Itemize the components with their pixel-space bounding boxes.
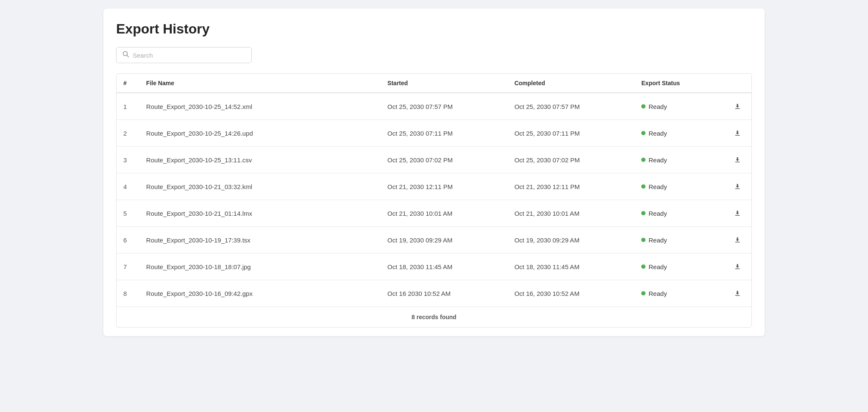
- cell-num: 8: [117, 280, 139, 307]
- cell-started: Oct 16 2030 10:52 AM: [381, 280, 508, 307]
- cell-filename: Route_Export_2030-10-18_18:07.jpg: [139, 253, 381, 280]
- cell-started: Oct 19, 2030 09:29 AM: [381, 227, 508, 253]
- cell-started: Oct 25, 2030 07:02 PM: [381, 147, 508, 173]
- download-icon: [734, 290, 741, 297]
- cell-num: 6: [117, 227, 139, 253]
- download-icon: [734, 156, 741, 164]
- cell-filename: Route_Export_2030-10-25_14:26.upd: [139, 120, 381, 147]
- search-container: [116, 47, 752, 63]
- table-header-row: # File Name Started Completed Export Sta…: [117, 74, 751, 93]
- download-button[interactable]: [730, 181, 745, 192]
- download-icon: [734, 236, 741, 244]
- download-icon: [734, 183, 741, 190]
- status-badge: Ready: [648, 263, 667, 270]
- cell-status: Ready: [634, 173, 723, 200]
- svg-line-1: [127, 56, 129, 57]
- page-container: Export History # File Name Started Compl…: [103, 8, 765, 336]
- cell-download: [723, 147, 751, 173]
- cell-download: [723, 253, 751, 280]
- cell-status: Ready: [634, 147, 723, 173]
- cell-started: Oct 21, 2030 12:11 PM: [381, 173, 508, 200]
- cell-download: [723, 227, 751, 253]
- table-footer-row: 8 records found: [117, 307, 751, 328]
- status-dot-icon: [641, 291, 645, 295]
- cell-download: [723, 93, 751, 120]
- status-badge: Ready: [648, 183, 667, 190]
- cell-started: Oct 18, 2030 11:45 AM: [381, 253, 508, 280]
- cell-status: Ready: [634, 253, 723, 280]
- cell-filename: Route_Export_2030-10-19_17:39.tsx: [139, 227, 381, 253]
- status-dot-icon: [641, 264, 645, 269]
- cell-status: Ready: [634, 227, 723, 253]
- search-icon: [122, 51, 129, 59]
- status-dot-icon: [641, 238, 645, 242]
- cell-filename: Route_Export_2030-10-21_03:32.kml: [139, 173, 381, 200]
- cell-completed: Oct 21, 2030 12:11 PM: [508, 173, 635, 200]
- download-icon: [734, 129, 741, 137]
- status-badge: Ready: [648, 130, 667, 137]
- export-history-table-wrapper: # File Name Started Completed Export Sta…: [116, 73, 752, 328]
- cell-started: Oct 21, 2030 10:01 AM: [381, 200, 508, 227]
- cell-download: [723, 173, 751, 200]
- download-icon: [734, 263, 741, 270]
- col-header-status: Export Status: [634, 74, 723, 93]
- table-row: 7Route_Export_2030-10-18_18:07.jpgOct 18…: [117, 253, 751, 280]
- col-header-num: #: [117, 74, 139, 93]
- cell-status: Ready: [634, 200, 723, 227]
- status-badge: Ready: [648, 290, 667, 297]
- cell-status: Ready: [634, 280, 723, 307]
- download-icon: [734, 103, 741, 110]
- table-row: 6Route_Export_2030-10-19_17:39.tsxOct 19…: [117, 227, 751, 253]
- cell-download: [723, 120, 751, 147]
- cell-download: [723, 200, 751, 227]
- cell-num: 2: [117, 120, 139, 147]
- status-dot-icon: [641, 131, 645, 135]
- cell-completed: Oct 16, 2030 10:52 AM: [508, 280, 635, 307]
- cell-completed: Oct 18, 2030 11:45 AM: [508, 253, 635, 280]
- search-input[interactable]: [133, 52, 245, 59]
- cell-status: Ready: [634, 93, 723, 120]
- cell-started: Oct 25, 2030 07:11 PM: [381, 120, 508, 147]
- status-badge: Ready: [648, 156, 667, 164]
- cell-filename: Route_Export_2030-10-21_01:14.lmx: [139, 200, 381, 227]
- download-icon: [734, 209, 741, 217]
- cell-num: 4: [117, 173, 139, 200]
- cell-num: 1: [117, 93, 139, 120]
- cell-completed: Oct 25, 2030 07:02 PM: [508, 147, 635, 173]
- cell-completed: Oct 21, 2030 10:01 AM: [508, 200, 635, 227]
- download-button[interactable]: [730, 208, 745, 219]
- download-button[interactable]: [730, 154, 745, 165]
- records-label: records found: [417, 314, 456, 320]
- cell-status: Ready: [634, 120, 723, 147]
- records-found-cell: 8 records found: [117, 307, 751, 328]
- table-row: 8Route_Export_2030-10-16_09:42.gpxOct 16…: [117, 280, 751, 307]
- cell-completed: Oct 19, 2030 09:29 AM: [508, 227, 635, 253]
- search-box: [116, 47, 252, 63]
- table-row: 3Route_Export_2030-10-25_13:11.csvOct 25…: [117, 147, 751, 173]
- cell-filename: Route_Export_2030-10-25_14:52.xml: [139, 93, 381, 120]
- status-badge: Ready: [648, 210, 667, 217]
- cell-completed: Oct 25, 2030 07:11 PM: [508, 120, 635, 147]
- download-button[interactable]: [730, 128, 745, 139]
- status-badge: Ready: [648, 103, 667, 110]
- cell-filename: Route_Export_2030-10-16_09:42.gpx: [139, 280, 381, 307]
- download-button[interactable]: [730, 288, 745, 299]
- cell-download: [723, 280, 751, 307]
- col-header-completed: Completed: [508, 74, 635, 93]
- status-dot-icon: [641, 158, 645, 162]
- export-history-table: # File Name Started Completed Export Sta…: [117, 74, 751, 327]
- col-header-filename: File Name: [139, 74, 381, 93]
- status-dot-icon: [641, 211, 645, 215]
- status-dot-icon: [641, 104, 645, 109]
- download-button[interactable]: [730, 101, 745, 112]
- records-count: 8: [412, 314, 417, 320]
- table-row: 2Route_Export_2030-10-25_14:26.updOct 25…: [117, 120, 751, 147]
- download-button[interactable]: [730, 234, 745, 245]
- col-header-download: [723, 74, 751, 93]
- cell-filename: Route_Export_2030-10-25_13:11.csv: [139, 147, 381, 173]
- table-row: 1Route_Export_2030-10-25_14:52.xmlOct 25…: [117, 93, 751, 120]
- download-button[interactable]: [730, 261, 745, 272]
- cell-num: 5: [117, 200, 139, 227]
- status-dot-icon: [641, 184, 645, 189]
- cell-completed: Oct 25, 2030 07:57 PM: [508, 93, 635, 120]
